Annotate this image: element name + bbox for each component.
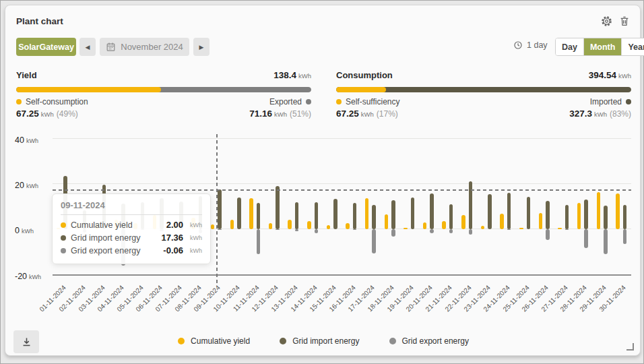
bar-yield[interactable]	[404, 228, 408, 229]
bar-import[interactable]	[353, 203, 357, 229]
tab-month[interactable]: Month	[584, 38, 622, 55]
bar-yield[interactable]	[558, 228, 562, 229]
crosshair-horizontal-line	[53, 189, 631, 191]
bar-yield[interactable]	[461, 215, 465, 229]
self-sufficiency-value: 67.25kWh(17%)	[336, 109, 398, 119]
legend-item-yield[interactable]: Cumulative yield	[178, 336, 250, 346]
gateway-button[interactable]: SolarGateway	[16, 38, 76, 56]
settings-icon[interactable]	[600, 15, 612, 27]
delete-icon[interactable]	[618, 15, 631, 27]
yellow-dot-icon	[16, 99, 22, 104]
bar-export[interactable]	[584, 229, 588, 249]
bar-import[interactable]	[488, 194, 492, 229]
bar-import[interactable]	[584, 200, 588, 229]
bar-yield[interactable]	[577, 203, 581, 229]
bar-yield[interactable]	[230, 220, 234, 229]
bar-export[interactable]	[315, 229, 319, 234]
tooltip-row-import: Grid import energy 17.36kWh	[61, 231, 202, 244]
yellow-dot-icon	[61, 222, 66, 228]
bar-import[interactable]	[565, 205, 569, 229]
legend-item-import[interactable]: Grid import energy	[280, 336, 359, 346]
gray-dot-icon	[61, 248, 66, 253]
bar-import[interactable]	[469, 181, 473, 229]
bar-yield[interactable]	[385, 214, 389, 229]
imported-label: Imported	[590, 97, 631, 107]
bar-yield[interactable]	[519, 228, 523, 229]
bar-export[interactable]	[623, 229, 627, 244]
bar-export[interactable]	[276, 229, 280, 231]
x-axis-label: 30-11-2024	[587, 284, 626, 323]
bar-yield[interactable]	[327, 225, 331, 229]
bar-yield[interactable]	[423, 222, 427, 229]
bar-import[interactable]	[430, 193, 434, 229]
calendar-icon	[106, 42, 116, 52]
bar-import[interactable]	[449, 204, 453, 229]
yield-title: Yield	[16, 70, 37, 80]
bar-yield[interactable]	[365, 198, 369, 229]
y-tick-neg20: -20kWh	[15, 270, 51, 282]
page-title: Plant chart	[16, 16, 63, 26]
page-background: Plant chart SolarGateway ◀ November 2024…	[0, 0, 644, 364]
yield-total: 138.4kWh	[273, 69, 311, 81]
bar-yield[interactable]	[500, 214, 504, 229]
bar-import[interactable]	[372, 205, 376, 229]
bar-export[interactable]	[295, 229, 299, 231]
tab-year[interactable]: Year	[622, 38, 644, 55]
yield-bar-selfconsumption-segment	[16, 87, 161, 92]
bar-yield[interactable]	[346, 223, 350, 229]
date-picker-button[interactable]: November 2024	[100, 38, 189, 56]
bar-export[interactable]	[218, 229, 222, 230]
tooltip-divider	[61, 214, 202, 215]
bar-import[interactable]	[257, 203, 261, 229]
bar-import[interactable]	[604, 206, 608, 229]
chevron-left-icon: ◀	[86, 44, 90, 51]
bar-yield[interactable]	[616, 193, 620, 229]
bar-export[interactable]	[391, 229, 395, 237]
bar-yield[interactable]	[211, 224, 215, 229]
self-sufficiency-label: Self-sufficiency	[336, 97, 399, 107]
bar-export[interactable]	[353, 229, 357, 230]
y-tick-0: 0kWh	[15, 224, 51, 236]
exported-value: 71.16kWh(51%)	[249, 109, 311, 119]
bar-export[interactable]	[546, 229, 550, 241]
bar-export[interactable]	[372, 229, 376, 253]
bar-yield[interactable]	[597, 192, 601, 229]
bar-export[interactable]	[565, 229, 569, 230]
bar-import[interactable]	[315, 202, 319, 229]
bar-import[interactable]	[623, 205, 627, 229]
bar-export[interactable]	[257, 229, 261, 254]
bar-yield[interactable]	[442, 221, 446, 229]
tooltip-date: 09-11-2024	[61, 200, 202, 210]
bar-yield[interactable]	[249, 198, 253, 229]
bar-import[interactable]	[507, 193, 511, 229]
resize-handle-icon[interactable]	[626, 343, 634, 351]
yield-panel: Yield 138.4kWh Self-consumption Exported…	[16, 69, 311, 119]
bar-import[interactable]	[411, 198, 415, 229]
bar-import[interactable]	[295, 202, 299, 229]
bar-yield[interactable]	[481, 226, 485, 229]
next-period-button[interactable]: ▶	[193, 38, 210, 56]
bar-yield[interactable]	[269, 223, 273, 229]
bar-import[interactable]	[276, 186, 280, 229]
bar-export[interactable]	[507, 229, 511, 231]
prev-period-button[interactable]: ◀	[79, 38, 96, 56]
bar-import[interactable]	[546, 201, 550, 229]
bar-export[interactable]	[449, 229, 453, 233]
bar-export[interactable]	[430, 229, 434, 234]
bar-import[interactable]	[527, 197, 531, 229]
legend-item-export[interactable]: Grid export energy	[389, 336, 469, 346]
bar-export[interactable]	[469, 229, 473, 235]
bar-import[interactable]	[391, 200, 395, 229]
olive-dot-icon	[280, 338, 286, 344]
interval-label: 1 day	[527, 40, 548, 50]
crosshair-vertical-line	[216, 134, 218, 285]
bar-yield[interactable]	[539, 213, 543, 229]
bar-import[interactable]	[333, 199, 337, 229]
y-tick-20: 20kWh	[15, 179, 51, 191]
bar-import[interactable]	[237, 198, 241, 229]
bar-yield[interactable]	[307, 221, 311, 229]
bar-import[interactable]	[218, 189, 222, 229]
tab-day[interactable]: Day	[556, 38, 584, 55]
bar-yield[interactable]	[288, 220, 292, 229]
bar-export[interactable]	[604, 229, 608, 254]
